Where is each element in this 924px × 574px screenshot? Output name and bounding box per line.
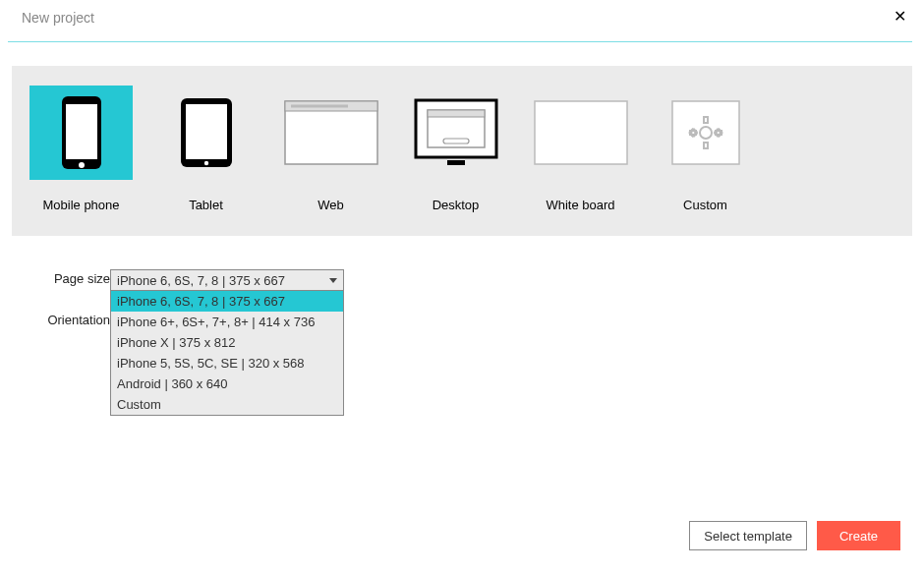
device-label: White board [546, 198, 614, 212]
device-card-web[interactable]: Web [279, 86, 382, 212]
page-size-label: Page size [47, 269, 110, 289]
svg-rect-11 [428, 110, 485, 117]
device-card-desktop[interactable]: Desktop [404, 86, 507, 212]
page-size-option[interactable]: iPhone 6+, 6S+, 7+, 8+ | 414 x 736 [111, 312, 343, 332]
device-type-strip: Mobile phone Tablet Web [12, 66, 912, 236]
orientation-label: Orientation [47, 311, 110, 330]
svg-point-2 [79, 162, 85, 168]
device-label: Custom [683, 198, 727, 212]
page-size-option[interactable]: iPhone 6, 6S, 7, 8 | 375 x 667 [111, 291, 343, 312]
page-size-dropdown: iPhone 6, 6S, 7, 8 | 375 x 667 iPhone 6+… [110, 291, 344, 416]
device-card-custom[interactable]: Custom [654, 86, 757, 212]
device-card-mobile[interactable]: Mobile phone [29, 86, 133, 212]
svg-rect-1 [66, 104, 97, 159]
device-label: Mobile phone [42, 198, 119, 212]
web-browser-icon [279, 86, 382, 180]
gear-icon [654, 86, 757, 180]
page-size-value: iPhone 6, 6S, 7, 8 | 375 x 667 [117, 273, 285, 288]
chevron-down-icon [329, 278, 337, 283]
select-template-button[interactable]: Select template [689, 521, 807, 550]
svg-rect-14 [535, 101, 627, 164]
svg-rect-4 [186, 104, 227, 159]
page-size-option[interactable]: iPhone X | 375 x 812 [111, 332, 343, 353]
dialog-title: New project [22, 10, 94, 26]
device-label: Web [318, 198, 344, 212]
page-size-select[interactable]: iPhone 6, 6S, 7, 8 | 375 x 667 [110, 269, 344, 291]
desktop-monitor-icon [404, 86, 507, 180]
device-label: Desktop [433, 198, 480, 212]
divider [8, 41, 912, 42]
create-button[interactable]: Create [817, 521, 900, 550]
device-card-whiteboard[interactable]: White board [529, 86, 632, 212]
page-size-option[interactable]: iPhone 5, 5S, 5C, SE | 320 x 568 [111, 353, 343, 373]
device-label: Tablet [189, 198, 223, 212]
page-size-option[interactable]: Android | 360 x 640 [111, 373, 343, 394]
svg-rect-15 [672, 101, 739, 164]
svg-rect-12 [443, 139, 469, 144]
svg-rect-8 [291, 105, 348, 108]
tablet-icon [154, 86, 258, 180]
mobile-phone-icon [29, 86, 133, 180]
whiteboard-icon [529, 86, 632, 180]
page-size-option[interactable]: Custom [111, 394, 343, 415]
form-area: Page size iPhone 6, 6S, 7, 8 | 375 x 667… [47, 269, 924, 330]
close-icon[interactable]: ✕ [894, 10, 906, 24]
svg-rect-13 [447, 160, 465, 165]
device-card-tablet[interactable]: Tablet [154, 86, 258, 212]
svg-point-5 [203, 161, 207, 165]
